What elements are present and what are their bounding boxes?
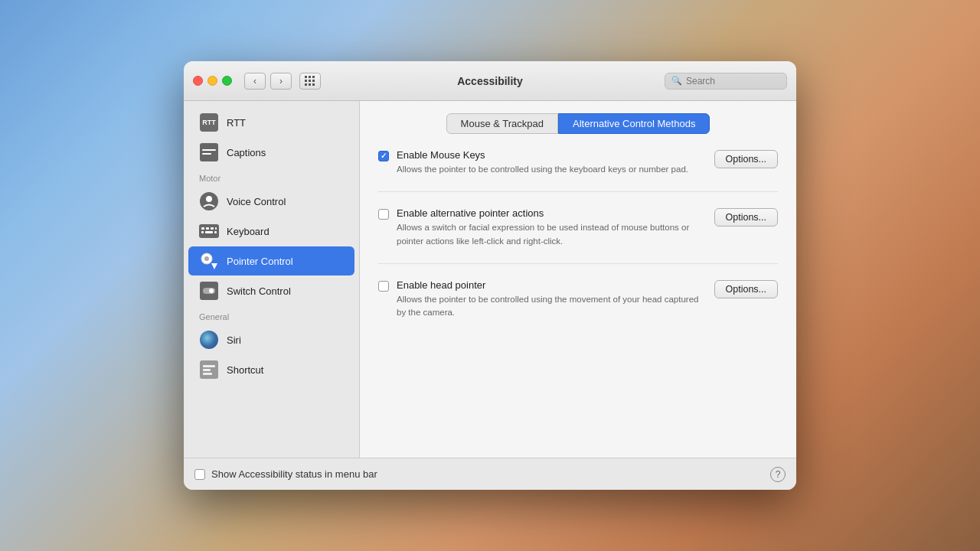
right-panel: Mouse & Trackpad Alternative Control Met… [360,101,796,458]
checkbox-mouse-keys[interactable] [378,151,389,161]
maximize-button[interactable] [222,76,232,86]
sidebar: RTT RTT Captions Motor [184,101,360,458]
section-label-general: General [184,306,359,324]
checkbox-head-pointer[interactable] [378,281,389,292]
main-content: RTT RTT Captions Motor [184,101,796,458]
sidebar-label-pointer-control: Pointer Control [227,256,293,267]
tabs-bar: Mouse & Trackpad Alternative Control Met… [360,101,796,134]
sidebar-item-captions[interactable]: Captions [188,138,354,167]
titlebar: ‹ › Accessibility 🔍 [184,61,796,101]
svg-rect-7 [206,227,209,230]
svg-rect-11 [205,231,213,233]
search-icon: 🔍 [671,76,682,86]
sidebar-item-voice-control[interactable]: Voice Control [188,187,354,216]
search-input[interactable] [686,76,780,86]
forward-button[interactable]: › [270,73,292,90]
minimize-button[interactable] [207,76,217,86]
options-button-alt-pointer[interactable]: Options... [714,208,779,227]
option-desc-head-pointer: Allows the pointer to be controlled usin… [397,293,705,320]
svg-rect-2 [202,153,211,155]
svg-rect-8 [211,227,214,230]
option-row-head-pointer: Enable head pointer Allows the pointer t… [378,279,778,335]
option-title-alt-pointer: Enable alternative pointer actions [397,207,705,219]
sidebar-item-siri[interactable]: Siri [188,325,354,354]
bottom-bar: Show Accessibility status in menu bar ? [184,458,796,490]
svg-rect-20 [203,365,215,367]
back-button[interactable]: ‹ [244,73,266,90]
grid-icon [305,76,315,86]
sidebar-label-rtt: RTT [227,117,246,129]
grid-view-button[interactable] [299,73,321,90]
sidebar-item-keyboard[interactable]: Keyboard [188,217,354,246]
option-desc-mouse-keys: Allows the pointer to be controlled usin… [397,163,705,176]
show-status-label: Show Accessibility status in menu bar [211,468,377,480]
search-bar[interactable]: 🔍 [665,73,787,90]
svg-point-18 [209,289,214,293]
options-button-mouse-keys[interactable]: Options... [714,150,779,168]
option-row-alt-pointer: Enable alternative pointer actions Allow… [378,207,778,264]
svg-point-4 [206,196,212,202]
svg-rect-6 [201,227,204,230]
option-title-mouse-keys: Enable Mouse Keys [397,149,705,161]
window-title: Accessibility [457,75,523,87]
shortcut-icon [199,360,219,380]
svg-marker-15 [211,263,217,269]
voice-control-icon [199,191,219,211]
pointer-control-icon [199,251,219,271]
main-window: ‹ › Accessibility 🔍 RTT R [184,61,796,490]
siri-icon [199,330,219,350]
traffic-lights [193,76,232,86]
checkbox-alt-pointer-wrap [378,209,389,220]
captions-icon [199,142,219,162]
svg-rect-10 [201,231,204,233]
navigation-buttons: ‹ › [244,73,321,90]
sidebar-label-switch-control: Switch Control [227,285,291,297]
sidebar-item-shortcut[interactable]: Shortcut [188,355,354,384]
option-title-head-pointer: Enable head pointer [397,279,705,291]
svg-rect-22 [203,373,212,375]
sidebar-item-switch-control[interactable]: Switch Control [188,276,354,305]
options-button-head-pointer[interactable]: Options... [714,280,779,298]
tab-alternative-control[interactable]: Alternative Control Methods [558,113,710,134]
svg-rect-9 [215,227,217,230]
option-row-mouse-keys: Enable Mouse Keys Allows the pointer to … [378,149,778,192]
svg-rect-21 [203,369,211,371]
tab-mouse-trackpad[interactable]: Mouse & Trackpad [446,113,558,134]
svg-point-14 [204,256,209,261]
checkbox-mouse-keys-wrap [378,151,389,161]
sidebar-label-voice-control: Voice Control [227,196,286,207]
sidebar-label-keyboard: Keyboard [227,226,270,237]
rtt-icon: RTT [199,112,219,132]
svg-rect-0 [200,143,218,161]
sidebar-label-captions: Captions [227,147,266,158]
panel-content: Enable Mouse Keys Allows the pointer to … [360,134,796,458]
keyboard-icon [199,221,219,241]
sidebar-item-rtt[interactable]: RTT RTT [188,108,354,137]
help-button[interactable]: ? [770,467,786,482]
close-button[interactable] [193,76,203,86]
show-status-wrap: Show Accessibility status in menu bar [194,468,377,480]
sidebar-label-shortcut: Shortcut [227,364,263,376]
sidebar-item-pointer-control[interactable]: Pointer Control [188,246,354,276]
checkbox-head-pointer-wrap [378,281,389,292]
checkbox-show-status[interactable] [194,469,205,480]
switch-control-icon [199,281,219,301]
sidebar-label-siri: Siri [227,334,241,346]
checkbox-alt-pointer[interactable] [378,209,389,220]
svg-rect-1 [202,149,216,151]
option-desc-alt-pointer: Allows a switch or facial expression to … [397,221,705,248]
section-label-motor: Motor [184,168,359,186]
svg-rect-12 [214,231,217,233]
